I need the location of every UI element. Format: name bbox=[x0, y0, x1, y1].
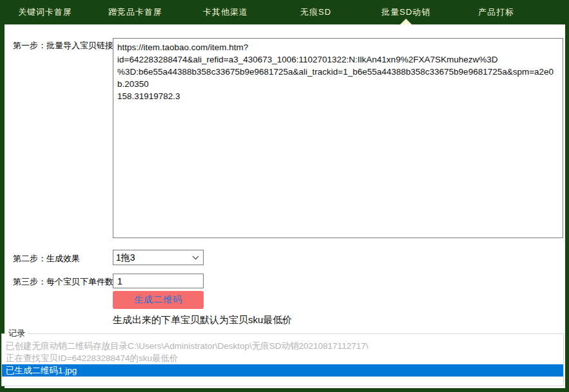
log-list-item[interactable]: 正在查找宝贝ID=642283288474的sku最低价 bbox=[2, 352, 563, 364]
tab-traceless-sd[interactable]: 无痕SD bbox=[271, 0, 361, 24]
tab-batch-sd-sales[interactable]: 批量SD动销 bbox=[361, 0, 451, 24]
tab-bar: 关键词卡首屏 蹭竞品卡首屏 卡其他渠道 无痕SD 批量SD动销 产品打标 bbox=[0, 0, 541, 24]
tab-label: 蹭竞品卡首屏 bbox=[108, 6, 162, 18]
step2-label: 第二步：生成效果 bbox=[13, 253, 80, 265]
log-list-item-selected[interactable]: 已生成二维码1.jpg bbox=[2, 364, 563, 377]
app-window: 关键词卡首屏 蹭竞品卡首屏 卡其他渠道 无痕SD 批量SD动销 产品打标 第一步… bbox=[0, 0, 569, 392]
record-groupbox-title: 记录 bbox=[6, 328, 28, 339]
tab-label: 产品打标 bbox=[478, 6, 514, 18]
record-groupbox: 记录 已创建无痕动销二维码存放目录C:\Users\Administrator\… bbox=[1, 328, 564, 386]
effect-select-wrap: 1拖3 bbox=[113, 250, 204, 265]
log-list-item[interactable]: 已创建无痕动销二维码存放目录C:\Users\Administrator\Des… bbox=[2, 340, 563, 352]
quantity-input[interactable] bbox=[113, 274, 204, 288]
tab-other-channels[interactable]: 卡其他渠道 bbox=[180, 0, 271, 24]
tab-label: 关键词卡首屏 bbox=[18, 6, 72, 18]
tab-label: 无痕SD bbox=[300, 6, 331, 18]
tab-product-marking[interactable]: 产品打标 bbox=[451, 0, 541, 24]
lowest-price-hint: 生成出来的下单宝贝默认为宝贝sku最低价 bbox=[113, 314, 292, 326]
step1-label: 第一步：批量导入宝贝链接 bbox=[13, 40, 113, 51]
tab-competitor-first-screen[interactable]: 蹭竞品卡首屏 bbox=[90, 0, 180, 24]
generate-qrcode-button[interactable]: 生成二维码 bbox=[113, 291, 204, 309]
tab-label: 卡其他渠道 bbox=[203, 6, 248, 18]
log-list: 已创建无痕动销二维码存放目录C:\Users\Administrator\Des… bbox=[2, 340, 563, 377]
effect-select[interactable]: 1拖3 bbox=[113, 250, 204, 265]
tab-label: 批量SD动销 bbox=[381, 6, 430, 18]
step3-label: 第三步：每个宝贝下单件数 bbox=[13, 276, 113, 288]
product-links-textarea[interactable]: https://item.taobao.com/item.htm? id=642… bbox=[113, 38, 563, 238]
tab-keyword-first-screen[interactable]: 关键词卡首屏 bbox=[0, 0, 90, 24]
active-tab-triangle-icon bbox=[400, 19, 412, 24]
